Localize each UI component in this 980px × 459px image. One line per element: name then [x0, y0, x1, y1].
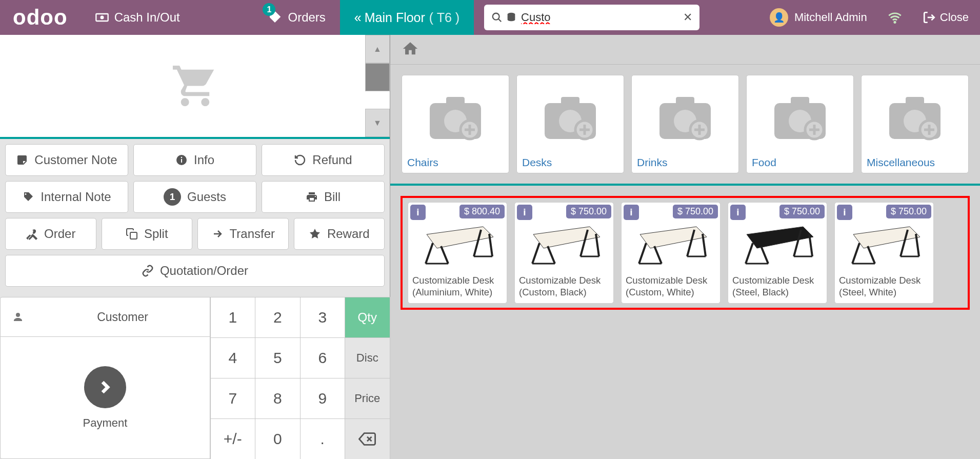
numkey-0[interactable]: 0 — [255, 418, 301, 460]
info-icon[interactable]: i — [837, 205, 852, 220]
user-block[interactable]: 👤 Mitchell Admin — [758, 8, 878, 27]
svg-rect-10 — [130, 232, 137, 239]
info-icon[interactable]: i — [624, 205, 639, 220]
camera-placeholder-icon — [405, 78, 506, 155]
svg-marker-44 — [427, 227, 493, 248]
orders-label: Orders — [288, 10, 325, 25]
transfer-button[interactable]: Transfer — [197, 218, 289, 250]
numkey-4[interactable]: 4 — [210, 337, 256, 378]
product-price: $ 800.40 — [459, 205, 505, 218]
svg-line-67 — [761, 246, 768, 264]
svg-point-11 — [16, 313, 20, 317]
numkey-9[interactable]: 9 — [300, 378, 346, 419]
guests-button[interactable]: 1 Guests — [133, 181, 256, 213]
svg-line-53 — [548, 246, 555, 264]
customer-note-button[interactable]: Customer Note — [5, 144, 128, 176]
floor-button[interactable]: « Main Floor ( T6 ) — [340, 0, 474, 35]
info-icon[interactable]: i — [730, 205, 746, 220]
cutlery-icon — [26, 228, 38, 240]
svg-line-59 — [639, 243, 646, 264]
internal-note-button[interactable]: Internal Note — [5, 181, 128, 213]
split-button[interactable]: Split — [102, 218, 193, 250]
numkey-2[interactable]: 2 — [255, 297, 301, 338]
refund-button[interactable]: Refund — [262, 144, 385, 176]
svg-rect-27 — [676, 97, 694, 106]
info-icon[interactable]: i — [410, 205, 426, 220]
cash-in-out-button[interactable]: Cash In/Out — [81, 0, 194, 35]
clear-search-icon[interactable]: ✕ — [683, 11, 692, 24]
numkey-1[interactable]: 1 — [210, 297, 256, 338]
category-label: Food — [750, 155, 850, 170]
numkey-qty[interactable]: Qty — [345, 297, 390, 338]
floor-table: ( T6 ) — [429, 10, 459, 25]
category-label: Desks — [520, 155, 621, 170]
product-name: Customizable Desk (Custom, Black) — [515, 271, 613, 303]
numkey-3[interactable]: 3 — [300, 297, 346, 338]
print-icon — [306, 191, 318, 203]
close-label: Close — [940, 11, 969, 24]
right-panel: Chairs Desks Drinks — [390, 35, 980, 459]
svg-line-74 — [868, 246, 875, 264]
numkey-backspace[interactable] — [345, 418, 390, 460]
numkey-disc[interactable]: Disc — [345, 337, 390, 378]
link-icon — [142, 265, 154, 277]
logo: odoo — [0, 5, 81, 30]
scroll-up-button[interactable]: ▲ — [365, 35, 390, 63]
svg-rect-39 — [906, 97, 924, 106]
camera-placeholder-icon — [635, 78, 735, 155]
product-price: $ 750.00 — [886, 205, 931, 218]
orders-button[interactable]: 1 Orders — [253, 0, 339, 35]
quotation-button[interactable]: Quotation/Order — [5, 255, 385, 287]
search-input[interactable] — [521, 11, 683, 24]
numkey-dot[interactable]: . — [300, 418, 346, 460]
customer-button[interactable]: Customer — [0, 297, 210, 337]
product-card[interactable]: i $ 750.00 Customizable Desk (Custom, Bl… — [514, 202, 614, 304]
search-icon — [491, 12, 503, 23]
category-card[interactable]: Chairs — [402, 75, 509, 173]
category-card[interactable]: Desks — [516, 75, 624, 173]
product-card[interactable]: i $ 750.00 Customizable Desk (Steel, Bla… — [728, 202, 827, 304]
product-card[interactable]: i $ 750.00 Customizable Desk (Custom, Wh… — [621, 202, 721, 304]
close-button[interactable]: Close — [911, 0, 980, 35]
info-icon[interactable]: i — [517, 205, 532, 220]
numkey-5[interactable]: 5 — [255, 337, 301, 378]
svg-line-45 — [426, 243, 433, 264]
product-card[interactable]: i $ 750.00 Customizable Desk (Steel, Whi… — [834, 202, 934, 304]
reward-button[interactable]: Reward — [294, 218, 385, 250]
scroll-track[interactable] — [365, 63, 390, 91]
numkey-8[interactable]: 8 — [255, 378, 301, 419]
svg-line-52 — [532, 243, 539, 264]
bill-button[interactable]: Bill — [262, 181, 385, 213]
product-price: $ 750.00 — [779, 205, 825, 218]
numkey-7[interactable]: 7 — [210, 378, 256, 419]
order-button[interactable]: Order — [5, 218, 96, 250]
category-card[interactable]: Food — [746, 75, 854, 173]
database-icon — [506, 12, 517, 23]
product-name: Customizable Desk (Aluminium, White) — [408, 271, 507, 303]
svg-point-2 — [493, 13, 499, 20]
search-box[interactable]: ✕ — [484, 5, 699, 30]
controls: Customer Note Info Refund Internal Note … — [0, 139, 390, 297]
product-name: Customizable Desk (Steel, Black) — [728, 271, 827, 303]
numkey-pm[interactable]: +/- — [210, 418, 256, 460]
numkey-price[interactable]: Price — [345, 378, 390, 419]
cash-icon — [95, 10, 109, 25]
scroll-down-button[interactable]: ▼ — [365, 109, 390, 137]
numkey-6[interactable]: 6 — [300, 337, 346, 378]
category-card[interactable]: Miscellaneous — [861, 75, 969, 173]
user-name: Mitchell Admin — [794, 11, 867, 24]
tag-icon — [22, 191, 34, 203]
category-card[interactable]: Drinks — [631, 75, 739, 173]
product-card[interactable]: i $ 800.40 Customizable Desk (Aluminium,… — [408, 202, 507, 304]
svg-marker-72 — [853, 227, 920, 248]
home-icon[interactable] — [402, 40, 419, 59]
category-label: Drinks — [635, 155, 735, 170]
payment-button[interactable]: Payment — [0, 337, 210, 459]
product-name: Customizable Desk (Custom, White) — [622, 271, 720, 303]
breadcrumb — [390, 35, 980, 65]
svg-line-3 — [498, 19, 502, 22]
star-icon — [309, 228, 321, 240]
customer-label: Customer — [35, 310, 210, 324]
backspace-icon — [358, 430, 376, 448]
info-button[interactable]: Info — [133, 144, 256, 176]
